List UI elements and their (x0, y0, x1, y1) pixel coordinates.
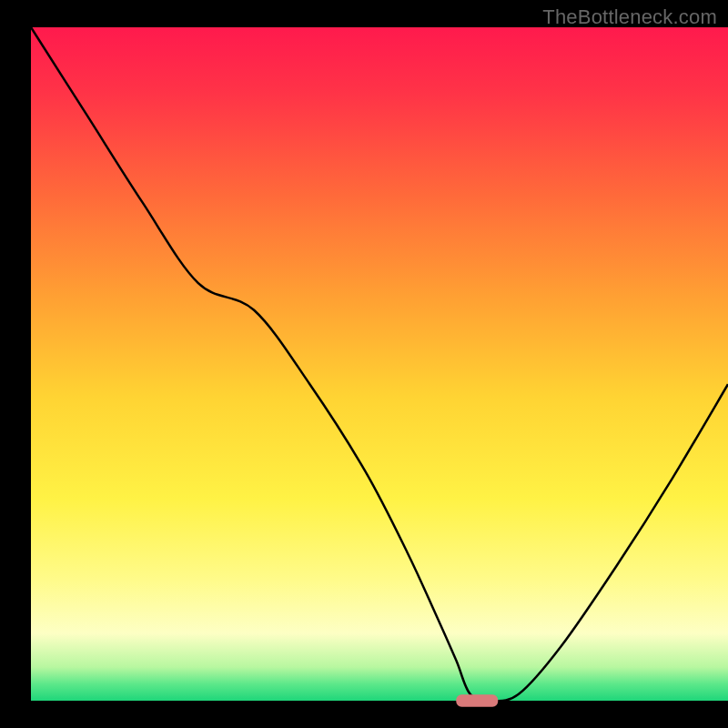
bottleneck-chart (0, 0, 728, 728)
chart-container: TheBottleneck.com (0, 0, 728, 728)
watermark-label: TheBottleneck.com (542, 5, 717, 29)
plot-background (31, 27, 728, 701)
optimum-marker (456, 694, 498, 706)
